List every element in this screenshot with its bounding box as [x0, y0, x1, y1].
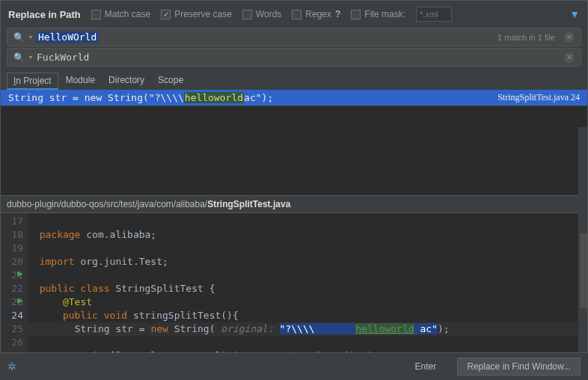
dialog-title: Replace in Path [8, 9, 81, 20]
match-count-label: 1 match in 1 file [497, 33, 555, 42]
words-checkbox[interactable]: Words [242, 9, 281, 19]
scope-tabs: In Project Module Directory Scope [1, 68, 587, 90]
result-file-label: StringSplitTest.java 24 [497, 92, 580, 103]
results-empty-area [1, 105, 587, 195]
regex-checkbox[interactable]: Regex? [292, 9, 340, 19]
scrollbar-thumb[interactable] [580, 233, 587, 308]
file-path-bar: dubbo-plugin/dubbo-qos/src/test/java/com… [1, 195, 587, 213]
tab-module[interactable]: Module [60, 73, 101, 90]
run-gutter-icon[interactable]: ▶ [17, 269, 23, 278]
clear-find-icon[interactable]: ✕ [564, 32, 575, 43]
file-mask-checkbox[interactable]: File mask: [351, 9, 405, 19]
tab-in-project[interactable]: In Project [7, 73, 58, 90]
find-input[interactable]: HelloWOrld [37, 31, 98, 43]
filter-icon[interactable]: ▼ [569, 8, 580, 20]
replace-in-find-window-button[interactable]: Replace in Find Window... [457, 358, 581, 376]
tab-scope[interactable]: Scope [152, 73, 189, 90]
match-case-checkbox[interactable]: Match case [91, 9, 150, 19]
search-icon: 🔍 [13, 32, 25, 43]
find-input-row[interactable]: 🔍▾ HelloWOrld 1 match in 1 file ✕ [7, 28, 581, 46]
gear-icon[interactable]: ✲ [7, 361, 16, 373]
enter-button[interactable]: Enter [406, 358, 446, 375]
match-highlight: helloworld [184, 92, 244, 103]
file-mask-input[interactable] [416, 7, 452, 22]
replace-input-row[interactable]: 🔍▾ FuckWorld ✕ [7, 48, 581, 67]
dialog-footer: ✲ Enter Replace in Find Window... [0, 352, 588, 380]
history-dropdown-icon[interactable]: ▾ [29, 54, 32, 61]
history-dropdown-icon[interactable]: ▾ [29, 34, 32, 40]
search-icon: 🔍 [13, 52, 25, 63]
preserve-case-checkbox[interactable]: ✓Preserve case [161, 9, 232, 19]
regex-help-icon[interactable]: ? [335, 9, 340, 19]
clear-replace-icon[interactable]: ✕ [564, 52, 575, 63]
replace-input[interactable]: FuckWorld [37, 52, 89, 63]
tab-directory[interactable]: Directory [102, 73, 150, 90]
run-gutter-icon[interactable]: ▶ [17, 296, 23, 304]
dialog-header: Replace in Path Match case ✓Preserve cas… [1, 1, 587, 26]
result-item[interactable]: String str = new String("?\\\\ helloworl… [1, 90, 587, 105]
